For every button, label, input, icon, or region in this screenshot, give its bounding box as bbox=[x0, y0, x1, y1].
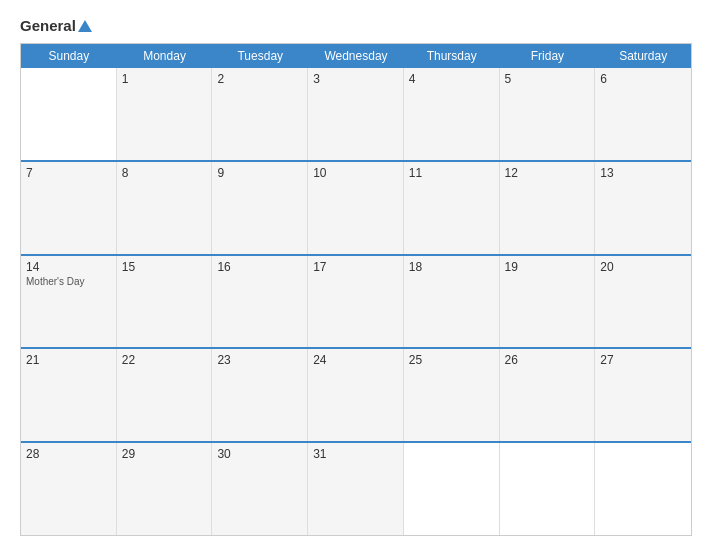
day-cell: 21 bbox=[21, 349, 117, 441]
day-cell: 3 bbox=[308, 68, 404, 160]
day-number: 18 bbox=[409, 260, 494, 274]
day-number: 19 bbox=[505, 260, 590, 274]
day-cell: 22 bbox=[117, 349, 213, 441]
day-cell: 5 bbox=[500, 68, 596, 160]
calendar-page: General SundayMondayTuesdayWednesdayThur… bbox=[0, 0, 712, 550]
day-cell: 7 bbox=[21, 162, 117, 254]
day-cell: 23 bbox=[212, 349, 308, 441]
day-cell: 18 bbox=[404, 256, 500, 348]
header: General bbox=[20, 18, 692, 33]
weeks-container: 1234567891011121314Mother's Day151617181… bbox=[21, 68, 691, 535]
day-cell: 11 bbox=[404, 162, 500, 254]
day-number: 26 bbox=[505, 353, 590, 367]
day-number: 8 bbox=[122, 166, 207, 180]
day-cell: 25 bbox=[404, 349, 500, 441]
day-number: 5 bbox=[505, 72, 590, 86]
day-number: 4 bbox=[409, 72, 494, 86]
day-number: 13 bbox=[600, 166, 686, 180]
day-header-saturday: Saturday bbox=[595, 44, 691, 68]
day-cell: 16 bbox=[212, 256, 308, 348]
day-cell: 29 bbox=[117, 443, 213, 535]
day-number: 3 bbox=[313, 72, 398, 86]
day-header-thursday: Thursday bbox=[404, 44, 500, 68]
day-cell: 17 bbox=[308, 256, 404, 348]
day-cell bbox=[21, 68, 117, 160]
day-headers-row: SundayMondayTuesdayWednesdayThursdayFrid… bbox=[21, 44, 691, 68]
day-number: 22 bbox=[122, 353, 207, 367]
day-header-tuesday: Tuesday bbox=[212, 44, 308, 68]
week-row-2: 78910111213 bbox=[21, 160, 691, 254]
day-cell bbox=[404, 443, 500, 535]
calendar-grid: SundayMondayTuesdayWednesdayThursdayFrid… bbox=[20, 43, 692, 536]
day-number: 31 bbox=[313, 447, 398, 461]
day-number: 27 bbox=[600, 353, 686, 367]
day-cell: 19 bbox=[500, 256, 596, 348]
day-number: 21 bbox=[26, 353, 111, 367]
logo: General bbox=[20, 18, 92, 33]
day-number: 25 bbox=[409, 353, 494, 367]
day-cell: 13 bbox=[595, 162, 691, 254]
day-number: 7 bbox=[26, 166, 111, 180]
week-row-3: 14Mother's Day151617181920 bbox=[21, 254, 691, 348]
day-number: 10 bbox=[313, 166, 398, 180]
day-cell: 1 bbox=[117, 68, 213, 160]
day-cell: 31 bbox=[308, 443, 404, 535]
day-number: 2 bbox=[217, 72, 302, 86]
day-number: 28 bbox=[26, 447, 111, 461]
day-cell: 30 bbox=[212, 443, 308, 535]
day-cell: 14Mother's Day bbox=[21, 256, 117, 348]
week-row-4: 21222324252627 bbox=[21, 347, 691, 441]
day-number: 17 bbox=[313, 260, 398, 274]
day-cell: 9 bbox=[212, 162, 308, 254]
day-cell: 12 bbox=[500, 162, 596, 254]
day-number: 23 bbox=[217, 353, 302, 367]
day-number: 15 bbox=[122, 260, 207, 274]
day-header-sunday: Sunday bbox=[21, 44, 117, 68]
day-cell: 6 bbox=[595, 68, 691, 160]
day-number: 29 bbox=[122, 447, 207, 461]
day-number: 9 bbox=[217, 166, 302, 180]
day-cell: 28 bbox=[21, 443, 117, 535]
day-cell: 10 bbox=[308, 162, 404, 254]
day-cell: 4 bbox=[404, 68, 500, 160]
day-header-friday: Friday bbox=[500, 44, 596, 68]
day-cell bbox=[595, 443, 691, 535]
day-cell: 26 bbox=[500, 349, 596, 441]
day-number: 6 bbox=[600, 72, 686, 86]
week-row-1: 123456 bbox=[21, 68, 691, 160]
week-row-5: 28293031 bbox=[21, 441, 691, 535]
day-cell: 15 bbox=[117, 256, 213, 348]
day-cell bbox=[500, 443, 596, 535]
day-number: 24 bbox=[313, 353, 398, 367]
day-number: 12 bbox=[505, 166, 590, 180]
day-cell: 2 bbox=[212, 68, 308, 160]
day-cell: 27 bbox=[595, 349, 691, 441]
day-number: 16 bbox=[217, 260, 302, 274]
day-header-monday: Monday bbox=[117, 44, 213, 68]
day-number: 1 bbox=[122, 72, 207, 86]
day-cell: 20 bbox=[595, 256, 691, 348]
logo-general-text: General bbox=[20, 18, 92, 33]
day-event: Mother's Day bbox=[26, 276, 111, 287]
day-number: 14 bbox=[26, 260, 111, 274]
day-number: 30 bbox=[217, 447, 302, 461]
day-number: 11 bbox=[409, 166, 494, 180]
logo-triangle-icon bbox=[78, 20, 92, 32]
day-cell: 8 bbox=[117, 162, 213, 254]
day-header-wednesday: Wednesday bbox=[308, 44, 404, 68]
day-number: 20 bbox=[600, 260, 686, 274]
day-cell: 24 bbox=[308, 349, 404, 441]
